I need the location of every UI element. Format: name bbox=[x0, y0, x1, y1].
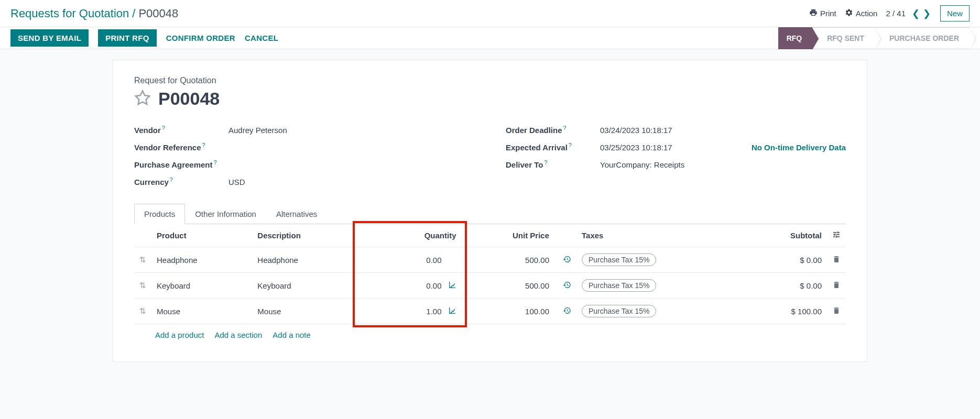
fields-col-left: Vendor? Audrey Peterson Vendor Reference… bbox=[134, 122, 474, 191]
cell-description[interactable]: Keyboard bbox=[252, 273, 358, 299]
deliver-to-value[interactable]: YourCompany: Receipts bbox=[600, 160, 846, 169]
cell-quantity[interactable]: 1.00 bbox=[358, 299, 461, 324]
cell-unit-price[interactable]: 500.00 bbox=[462, 247, 554, 273]
cell-unit-price[interactable]: 500.00 bbox=[462, 273, 554, 299]
svg-marker-0 bbox=[136, 91, 150, 104]
cell-taxes[interactable]: Purchase Tax 15% bbox=[576, 273, 744, 299]
send-by-email-button[interactable]: Send by Email bbox=[10, 29, 89, 47]
print-label: Print bbox=[820, 9, 836, 18]
trash-icon bbox=[832, 307, 841, 316]
cell-delete[interactable] bbox=[827, 247, 846, 273]
currency-value[interactable]: USD bbox=[228, 178, 474, 186]
deliver-to-label: Deliver To? bbox=[506, 160, 600, 169]
print-menu[interactable]: Print bbox=[809, 8, 836, 18]
drag-handle-icon[interactable]: ⇅ bbox=[134, 299, 151, 324]
cancel-button[interactable]: Cancel bbox=[245, 34, 278, 42]
status-rfq-sent[interactable]: RFQ Sent bbox=[812, 27, 875, 49]
prev-page-button[interactable]: ❮ bbox=[911, 8, 921, 19]
help-icon[interactable]: ? bbox=[170, 177, 173, 183]
tab-other-information[interactable]: Other Information bbox=[185, 204, 266, 224]
cell-taxes[interactable]: Purchase Tax 15% bbox=[576, 299, 744, 324]
col-settings[interactable] bbox=[827, 224, 846, 247]
forecast-chart-icon[interactable] bbox=[448, 281, 456, 291]
col-quantity: Quantity bbox=[358, 224, 461, 247]
col-subtotal: Subtotal bbox=[744, 224, 827, 247]
cell-history[interactable] bbox=[554, 273, 576, 299]
tax-pill[interactable]: Purchase Tax 15% bbox=[582, 305, 656, 317]
col-taxes: Taxes bbox=[576, 224, 744, 247]
confirm-order-button[interactable]: Confirm Order bbox=[166, 34, 235, 42]
cell-taxes[interactable]: Purchase Tax 15% bbox=[576, 247, 744, 273]
cell-history[interactable] bbox=[554, 247, 576, 273]
columns-settings-icon bbox=[832, 231, 841, 240]
add-section-link[interactable]: Add a section bbox=[214, 330, 262, 339]
tax-pill[interactable]: Purchase Tax 15% bbox=[582, 279, 656, 292]
expected-arrival-value[interactable]: 03/25/2023 10:18:17 bbox=[600, 143, 672, 152]
action-menu[interactable]: Action bbox=[845, 8, 878, 18]
col-product: Product bbox=[151, 224, 252, 247]
breadcrumb-separator: / bbox=[132, 7, 135, 20]
status-bar: RFQ RFQ Sent Purchase Order bbox=[778, 27, 970, 49]
tax-pill[interactable]: Purchase Tax 15% bbox=[582, 253, 656, 266]
tab-alternatives[interactable]: Alternatives bbox=[266, 204, 327, 224]
add-links-row: Add a product Add a section Add a note bbox=[134, 324, 846, 346]
topbar-right: Print Action 2 / 41 ❮ ❯ New bbox=[809, 5, 970, 21]
cell-unit-price[interactable]: 100.00 bbox=[462, 299, 554, 324]
breadcrumb-current: P00048 bbox=[138, 7, 178, 20]
product-table: Product Description Quantity Unit Price … bbox=[134, 224, 846, 324]
history-icon bbox=[563, 281, 571, 291]
help-icon[interactable]: ? bbox=[544, 159, 547, 166]
cell-quantity[interactable]: 0.00 bbox=[358, 247, 461, 273]
fields-grid: Vendor? Audrey Peterson Vendor Reference… bbox=[134, 122, 846, 191]
add-product-link[interactable]: Add a product bbox=[155, 330, 204, 339]
trash-icon bbox=[832, 256, 841, 265]
cell-product[interactable]: Headphone bbox=[151, 247, 252, 273]
drag-handle-icon[interactable]: ⇅ bbox=[134, 247, 151, 273]
action-bar-left: Send by Email Print RFQ Confirm Order Ca… bbox=[10, 29, 278, 47]
vendor-value[interactable]: Audrey Peterson bbox=[228, 126, 474, 135]
cell-subtotal: $ 0.00 bbox=[744, 247, 827, 273]
cell-delete[interactable] bbox=[827, 299, 846, 324]
cell-product[interactable]: Mouse bbox=[151, 299, 252, 324]
cell-description[interactable]: Headphone bbox=[252, 247, 358, 273]
help-icon[interactable]: ? bbox=[162, 125, 165, 131]
add-note-link[interactable]: Add a note bbox=[273, 330, 311, 339]
cell-subtotal: $ 100.00 bbox=[744, 299, 827, 324]
cell-quantity[interactable]: 0.00 bbox=[358, 273, 461, 299]
tabs: Products Other Information Alternatives bbox=[134, 204, 846, 224]
table-row[interactable]: ⇅ Mouse Mouse 1.00 100.00 Purchase Tax 1… bbox=[134, 299, 846, 324]
col-unit-price: Unit Price bbox=[462, 224, 554, 247]
help-icon[interactable]: ? bbox=[569, 142, 572, 148]
forecast-chart-icon[interactable] bbox=[448, 306, 456, 316]
status-purchase-order[interactable]: Purchase Order bbox=[875, 27, 970, 49]
field-expected-arrival: Expected Arrival? 03/25/2023 10:18:17 No… bbox=[506, 139, 846, 156]
tab-products[interactable]: Products bbox=[134, 204, 185, 224]
history-icon bbox=[563, 306, 571, 316]
cell-product[interactable]: Keyboard bbox=[151, 273, 252, 299]
help-icon[interactable]: ? bbox=[202, 142, 205, 148]
next-page-button[interactable]: ❯ bbox=[922, 8, 932, 19]
breadcrumb-root[interactable]: Requests for Quotation bbox=[10, 7, 129, 20]
cell-delete[interactable] bbox=[827, 273, 846, 299]
status-rfq[interactable]: RFQ bbox=[778, 27, 813, 49]
new-button[interactable]: New bbox=[940, 5, 970, 21]
drag-handle-icon[interactable]: ⇅ bbox=[134, 273, 151, 299]
cell-description[interactable]: Mouse bbox=[252, 299, 358, 324]
table-row[interactable]: ⇅ Headphone Headphone 0.00 500.00 Purcha… bbox=[134, 247, 846, 273]
help-icon[interactable]: ? bbox=[563, 125, 567, 131]
table-row[interactable]: ⇅ Keyboard Keyboard 0.00 500.00 Purchase… bbox=[134, 273, 846, 299]
form-subtitle: Request for Quotation bbox=[134, 76, 846, 85]
action-label: Action bbox=[856, 9, 878, 18]
order-deadline-value[interactable]: 03/24/2023 10:18:17 bbox=[600, 126, 846, 135]
order-deadline-label: Order Deadline? bbox=[506, 126, 600, 135]
page-navigation: 2 / 41 ❮ ❯ bbox=[886, 8, 932, 19]
history-icon bbox=[563, 255, 571, 265]
currency-label: Currency? bbox=[134, 178, 228, 186]
cell-subtotal: $ 0.00 bbox=[744, 273, 827, 299]
product-table-wrapper: Product Description Quantity Unit Price … bbox=[134, 224, 846, 346]
help-icon[interactable]: ? bbox=[214, 159, 217, 166]
print-rfq-button[interactable]: Print RFQ bbox=[98, 29, 157, 47]
no-delivery-data-link[interactable]: No On-time Delivery Data bbox=[752, 143, 846, 152]
cell-history[interactable] bbox=[554, 299, 576, 324]
favorite-star-icon[interactable] bbox=[134, 90, 151, 108]
